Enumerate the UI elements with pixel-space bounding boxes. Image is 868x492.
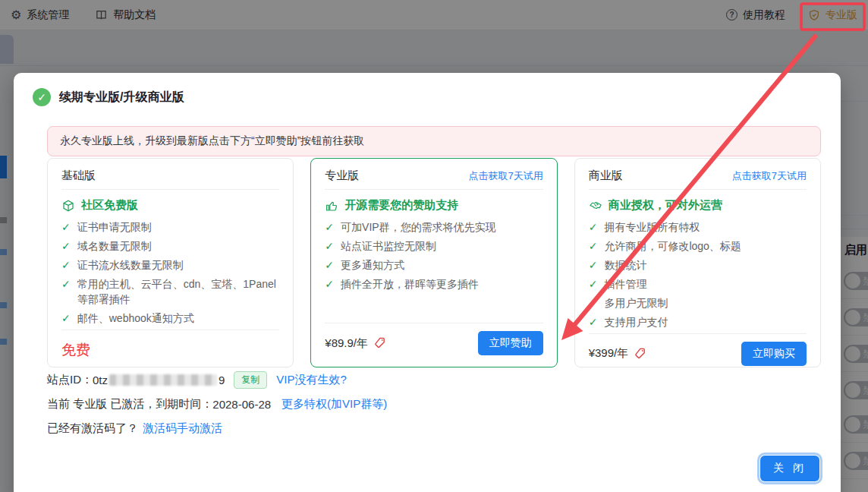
plan-slogan: 开源需要您的赞助支持 — [344, 198, 458, 213]
more-privileges-link[interactable]: 更多特权(加VIP群等) — [281, 397, 387, 412]
plan-price: ¥399/年 — [589, 346, 648, 361]
check-icon: ✓ — [61, 311, 71, 326]
feature-item: ✓支持用户支付 — [589, 314, 807, 330]
handshake-icon — [589, 199, 602, 213]
plan-price: ¥89.9/年 — [325, 336, 387, 351]
site-id-row: 站点ID： 0tz 9 复制 VIP没有生效? — [47, 372, 387, 388]
site-id-blurred — [109, 374, 217, 386]
feature-item: ✓多用户无限制 — [589, 295, 807, 311]
thumbs-up-icon — [325, 199, 338, 213]
sponsor-now-button[interactable]: 立即赞助 — [478, 331, 543, 355]
check-icon: ✓ — [589, 238, 598, 254]
plan-name: 专业版 — [325, 169, 359, 183]
trial-link[interactable]: 点击获取7天试用 — [468, 169, 542, 183]
feature-item: ✓数据统计 — [589, 257, 807, 273]
license-status-row: 当前 专业版 已激活，到期时间： 2028-06-28 更多特权(加VIP群等) — [47, 396, 387, 412]
tag-icon — [373, 336, 387, 350]
feature-item: ✓域名数量无限制 — [61, 238, 279, 254]
plan-slogan: 社区免费版 — [81, 198, 138, 213]
price-free: 免费 — [61, 340, 90, 360]
check-icon: ✓ — [61, 238, 71, 254]
activation-row: 已经有激活码了？ 激活码手动激活 — [47, 421, 387, 437]
feature-item: ✓常用的主机、云平台、cdn、宝塔、1Panel等部署插件 — [61, 276, 279, 307]
check-icon: ✓ — [325, 276, 334, 292]
feature-item: ✓证书申请无限制 — [61, 219, 279, 235]
buy-now-button[interactable]: 立即购买 — [741, 342, 807, 366]
feature-item: ✓可加VIP群，您的需求将优先实现 — [325, 219, 542, 235]
copy-button[interactable]: 复制 — [234, 371, 267, 389]
plan-card-basic: 基础版 社区免费版 ✓证书申请无限制 ✓域名数量无限制 ✓证书流水线数量无限制 … — [47, 158, 294, 367]
success-check-icon: ✓ — [33, 88, 51, 106]
feature-item: ✓允许商用，可修改logo、标题 — [589, 238, 807, 254]
check-icon: ✓ — [589, 219, 598, 235]
promo-alert: 永久专业版上线，升级到最新版点击下方“立即赞助”按钮前往获取 — [47, 126, 821, 156]
check-icon: ✓ — [589, 257, 598, 273]
check-icon: ✓ — [325, 257, 334, 273]
check-icon: ✓ — [61, 257, 71, 273]
feature-item: ✓站点证书监控无限制 — [325, 238, 542, 254]
plan-name: 基础版 — [61, 169, 96, 183]
dialog-title: 续期专业版/升级商业版 — [59, 90, 184, 106]
cube-icon — [61, 199, 75, 213]
check-icon: ✓ — [589, 276, 598, 292]
check-icon: ✓ — [589, 314, 598, 330]
plan-card-pro: 专业版 点击获取7天试用 开源需要您的赞助支持 ✓可加VIP群，您的需求将优先实… — [310, 158, 557, 367]
tag-icon — [634, 347, 647, 361]
feature-item: ✓拥有专业版所有特权 — [589, 219, 807, 235]
upgrade-dialog: ✓ 续期专业版/升级商业版 永久专业版上线，升级到最新版点击下方“立即赞助”按钮… — [14, 73, 841, 492]
check-icon: ✓ — [589, 295, 598, 311]
expiry-date: 2028-06-28 — [212, 398, 271, 411]
feature-item: ✓邮件、webhook通知方式 — [61, 311, 279, 326]
check-icon: ✓ — [325, 219, 334, 235]
check-icon: ✓ — [61, 219, 71, 235]
plan-name: 商业版 — [589, 169, 623, 183]
check-icon: ✓ — [325, 238, 334, 254]
plan-slogan: 商业授权，可对外运营 — [609, 198, 722, 213]
manual-activation-link[interactable]: 激活码手动激活 — [143, 421, 222, 436]
vip-not-working-link[interactable]: VIP没有生效? — [276, 373, 347, 387]
feature-item: ✓插件管理 — [589, 276, 807, 292]
feature-item: ✓插件全开放，群晖等更多插件 — [325, 276, 542, 292]
feature-item: ✓更多通知方式 — [325, 257, 542, 273]
check-icon: ✓ — [61, 276, 71, 307]
plan-card-business: 商业版 点击获取7天试用 商业授权，可对外运营 ✓拥有专业版所有特权 ✓允许商用… — [574, 158, 821, 367]
close-button[interactable]: 关 闭 — [760, 456, 819, 481]
trial-link[interactable]: 点击获取7天试用 — [732, 169, 807, 183]
feature-item: ✓证书流水线数量无限制 — [61, 257, 279, 273]
